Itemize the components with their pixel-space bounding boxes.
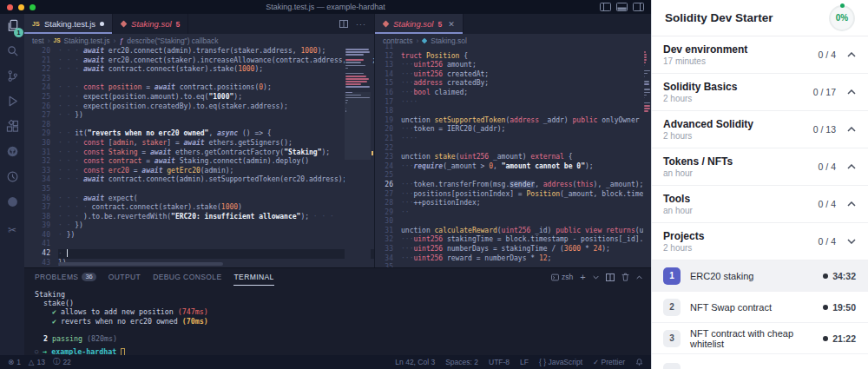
status-problem-item[interactable]: ⊗1 <box>8 358 21 366</box>
problems-count-badge: 36 <box>82 273 95 281</box>
status-problem-item[interactable]: ⓘ22 <box>53 357 71 367</box>
line-content: ·· <box>401 208 651 218</box>
split-editor-icon[interactable] <box>339 20 348 28</box>
terminal-profile[interactable]: zsh <box>551 273 573 281</box>
line-content: ···uint256 numberDays = stakingTime / (3… <box>401 245 651 254</box>
breadcrumb-item[interactable]: test <box>32 36 44 45</box>
toggle-sidebar-icon[interactable] <box>600 3 611 11</box>
line-number: 26 <box>375 181 401 190</box>
section-progress-count: 0 / 4 <box>819 199 836 209</box>
code-token: Staking.connect(admin).deploy() <box>180 157 309 165</box>
new-terminal-icon[interactable]: + <box>580 273 586 282</box>
toggle-panel-icon[interactable] <box>616 3 628 11</box>
terminal-dropdown-icon[interactable] <box>593 275 599 280</box>
line-content: · · · ).to.be.revertedWith("ERC20: insuf… <box>58 213 374 222</box>
status-item[interactable]: UTF-8 <box>489 358 510 366</box>
minimap-left[interactable] <box>345 47 371 267</box>
minimap-line <box>345 51 370 53</box>
code-token: () => { <box>242 129 272 137</box>
activity-item-timer[interactable] <box>3 171 21 186</box>
section-dev-environment[interactable]: Dev environment17 minutes0 / 4 <box>652 36 868 74</box>
status-item[interactable]: ✓ Prettier <box>593 358 625 366</box>
code-editor-js[interactable]: 20· · · await erc20.connect(admin).trans… <box>24 47 374 267</box>
code-token: 1000 <box>300 47 317 55</box>
more-actions-icon[interactable]: ··· <box>356 20 366 29</box>
activity-item-run-and-debug[interactable] <box>3 96 21 110</box>
chevron-up-icon[interactable] <box>847 164 856 169</box>
activity-item-npm-disc[interactable] <box>3 196 21 211</box>
split-terminal-icon[interactable] <box>606 273 615 281</box>
chevron-up-icon[interactable] <box>847 127 856 132</box>
code-token: ··· <box>401 181 413 188</box>
activity-item-search[interactable] <box>3 45 21 60</box>
status-item[interactable]: Ln 42, Col 3 <box>395 358 435 366</box>
line-number: 15 <box>375 79 401 89</box>
activity-item-github[interactable] <box>3 146 21 161</box>
section-advanced-solidity[interactable]: Advanced Solidity2 hours0 / 13 <box>652 111 868 148</box>
code-token: 24 <box>594 245 602 253</box>
chevron-up-icon[interactable] <box>847 201 856 207</box>
panel-tab-problems[interactable]: PROBLEMS36 <box>35 268 96 286</box>
activity-item-extensions[interactable] <box>3 121 21 135</box>
activity-item-snippets[interactable]: ✂ <box>3 221 21 236</box>
line-number: 19 <box>375 116 401 126</box>
kill-terminal-icon[interactable] <box>621 273 629 281</box>
minimize-window-button[interactable] <box>18 4 24 10</box>
horizontal-scrollbar[interactable] <box>58 262 223 266</box>
line-number: 29 <box>24 129 58 139</box>
breadcrumb-item[interactable]: describe("Staking") callback <box>127 36 218 45</box>
close-window-button[interactable] <box>7 4 13 10</box>
zoom-window-button[interactable] <box>30 4 36 10</box>
minimap-line <box>345 62 361 63</box>
chevron-up-icon[interactable] <box>847 52 856 57</box>
line-number: 24 <box>375 162 401 172</box>
status-problem-item[interactable]: △13 <box>29 358 45 366</box>
lesson-row[interactable]: 1ERC20 staking34:32 <box>652 260 868 292</box>
tab-staking-sol[interactable]: Staking.sol5 <box>113 14 188 34</box>
bell-icon[interactable] <box>635 358 643 366</box>
line-content: ···uint256 createdAt; <box>401 70 651 80</box>
breadcrumb-left[interactable]: test›JSStaking.test.js›ƒdescribe("Stakin… <box>24 34 374 47</box>
close-tab-icon[interactable]: ✕ <box>448 20 455 29</box>
section-tools[interactable]: Toolsan hour0 / 4 <box>652 186 868 223</box>
activity-item-source-control[interactable] <box>3 70 21 85</box>
line-content: · · · const position = await contract.po… <box>58 83 374 93</box>
terminal-output[interactable]: Staking stake() ✔ allows to add new posi… <box>24 286 651 355</box>
activity-item-explorer[interactable]: 1 <box>3 20 21 35</box>
section-solidity-basics[interactable]: Solidity Basics2 hours0 / 17 <box>652 74 868 111</box>
panel-tab-debug-console[interactable]: DEBUG CONSOLE <box>153 268 221 286</box>
lesson-row[interactable]: 3NFT contract with cheap whitelist21:22 <box>652 323 868 354</box>
window-controls[interactable] <box>7 4 36 10</box>
terminal-prompt[interactable]: ○→example-hardhat <box>35 347 651 355</box>
minimap-slider[interactable] <box>345 92 371 160</box>
code-line: 31· · · const Staking = await ethers.get… <box>24 148 374 158</box>
code-editor-sol[interactable]: 1112truct Position {13···uint256 amount;… <box>375 43 651 267</box>
code-line: 14···uint256 createdAt; <box>375 70 651 80</box>
code-token: expect(position.createdBy).to.eq(staker.… <box>83 102 288 110</box>
lesson-duration: 21:22 <box>823 333 856 344</box>
status-item[interactable]: { } JavaScript <box>539 358 582 366</box>
lesson-row[interactable]: 2NFT Swap contract19:50 <box>652 292 868 323</box>
chevron-down-icon[interactable] <box>847 239 856 244</box>
chevron-up-icon[interactable] <box>847 89 856 95</box>
section-projects[interactable]: Projects2 hours0 / 4 <box>652 223 868 260</box>
status-problems[interactable]: ⊗1△13ⓘ22 <box>8 357 71 367</box>
breadcrumb-item[interactable]: Staking.test.js <box>64 36 110 45</box>
status-item[interactable]: LF <box>520 358 529 366</box>
panel-tab-terminal[interactable]: TERMINAL <box>233 268 273 286</box>
toggle-secondary-sidebar-icon[interactable] <box>633 3 644 11</box>
code-token: uint256 <box>413 235 447 243</box>
code-token: public <box>573 116 602 124</box>
section-tokens-nfts[interactable]: Tokens / NFTsan hour0 / 4 <box>652 148 868 186</box>
minimap-right[interactable] <box>643 47 651 267</box>
terminal-line: ✔ reverts when no erc20 owned (70ms) <box>35 317 651 326</box>
section-info: Tokens / NFTsan hour <box>663 155 819 178</box>
status-item[interactable]: Spaces: 2 <box>445 358 478 366</box>
editor-groups: JSStaking.test.jsStaking.sol5 ··· test›J… <box>24 14 651 267</box>
line-content: ···token = IERC20(_addr); <box>401 125 651 135</box>
panel-tab-output[interactable]: OUTPUT <box>108 268 141 286</box>
minimap-line <box>345 65 365 67</box>
tab-staking-sol[interactable]: Staking.sol5✕ <box>375 14 464 34</box>
maximize-panel-icon[interactable] <box>636 275 642 280</box>
tab-staking-test-js[interactable]: JSStaking.test.js <box>24 14 113 34</box>
